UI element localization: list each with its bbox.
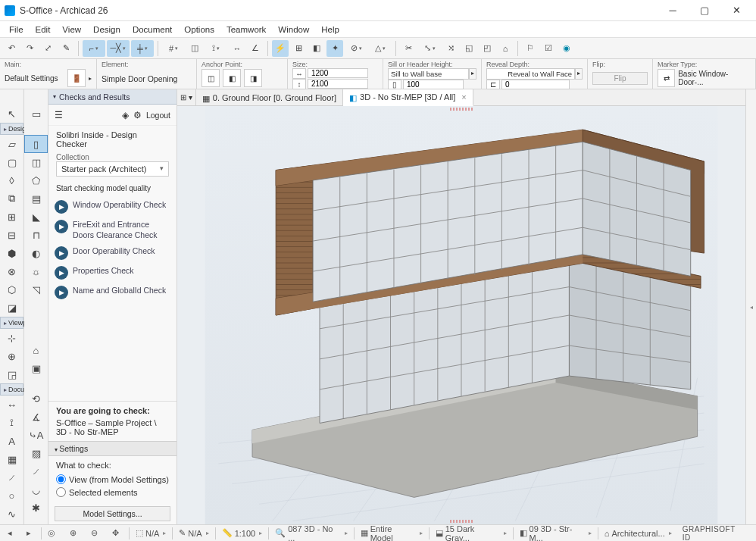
curtain-icon[interactable]: ⊗ <box>0 262 23 280</box>
dim-icon[interactable]: ↔ <box>0 396 23 414</box>
zoom-out-icon[interactable]: ⊖ <box>86 525 106 541</box>
line-icon[interactable]: ⟋ <box>0 468 23 486</box>
angle-icon[interactable]: ∠ <box>247 40 264 57</box>
adjust-icon[interactable]: ⤡ <box>418 40 441 57</box>
door-icon[interactable]: 🚪 <box>67 69 86 87</box>
marquee-tool-icon[interactable]: ▭ <box>24 105 48 123</box>
trim-icon[interactable]: ◰ <box>479 40 495 57</box>
window-tool-icon[interactable]: ◫ <box>24 153 48 171</box>
align-tool-icon[interactable]: ╪ <box>131 40 154 57</box>
level-icon[interactable]: ⟟ <box>0 414 23 432</box>
3d-viewport[interactable] <box>177 106 745 524</box>
attach-icon[interactable]: ✦ <box>326 40 343 57</box>
opt-view[interactable]: View (from Model Settings) <box>56 473 169 486</box>
logout-button[interactable]: Logout <box>146 111 170 120</box>
graphisoft-id[interactable]: GRAPHISOFT ID <box>678 525 753 541</box>
skylight-icon[interactable]: ⬠ <box>24 171 48 189</box>
menu-window[interactable]: Window <box>272 23 315 36</box>
cut-elements-icon[interactable]: ✂ <box>400 40 417 57</box>
close-button[interactable]: ✕ <box>721 2 751 20</box>
opt-selected[interactable]: Selected elements <box>56 486 169 499</box>
camera-icon[interactable]: ◉ <box>558 40 575 57</box>
slab-icon[interactable]: ◊ <box>0 171 23 189</box>
text-icon[interactable]: A <box>0 432 23 450</box>
beam-icon[interactable]: ⧉ <box>0 189 23 208</box>
status-na1[interactable]: ⬚N/A <box>131 525 170 541</box>
check-properties[interactable]: ▶Properties Check <box>55 263 170 283</box>
menu-icon[interactable]: ☰ <box>55 110 63 120</box>
roof-icon[interactable]: ⌂ <box>497 40 514 57</box>
snap-icon[interactable]: ◫ <box>186 40 203 57</box>
status-arch[interactable]: ⌂Architectural... <box>600 525 676 541</box>
intersect-icon[interactable]: ⤭ <box>442 40 459 57</box>
zoom-in-icon[interactable]: ⊕ <box>65 525 85 541</box>
line-tool-icon[interactable]: ─╳ <box>107 40 130 57</box>
check-fireexit[interactable]: ▶FireExit and Entrance Doors Clearance C… <box>55 217 170 243</box>
suspend-icon[interactable]: △ <box>369 40 392 57</box>
menu-design[interactable]: Design <box>87 23 127 36</box>
menu-document[interactable]: Document <box>127 23 178 36</box>
check-globalid[interactable]: ▶Name and GlobalId Check <box>55 283 170 302</box>
minimize-button[interactable]: ─ <box>658 2 688 20</box>
sill-mode[interactable]: Sill to Wall base <box>388 68 469 80</box>
zone-icon[interactable]: ◪ <box>0 299 23 317</box>
status-na2[interactable]: ✎N/A <box>174 525 213 541</box>
maximize-button[interactable]: ▢ <box>689 2 720 20</box>
right-panel-handle[interactable]: ◂ <box>745 89 756 524</box>
arrow-tool-icon[interactable]: ↖ <box>0 105 23 123</box>
angle-dim-icon[interactable]: ∡ <box>24 408 48 426</box>
height-input[interactable] <box>308 79 368 89</box>
default-settings-label[interactable]: Default Settings <box>5 74 58 83</box>
anchor-opt1-icon[interactable]: ◫ <box>201 69 220 87</box>
status-zoom[interactable]: 🔍087 3D - No ... <box>270 525 352 541</box>
arc-icon[interactable]: ◡ <box>24 480 48 499</box>
menu-options[interactable]: Options <box>178 23 220 36</box>
menu-help[interactable]: Help <box>315 23 345 36</box>
gravity-icon[interactable]: ⊘ <box>345 40 367 57</box>
settings-header[interactable]: Settings <box>48 441 177 456</box>
bottom-handle[interactable] <box>450 520 473 523</box>
spline-icon[interactable]: ∿ <box>0 505 23 523</box>
split-icon[interactable]: ◱ <box>461 40 477 57</box>
stair-icon[interactable]: ▤ <box>24 189 48 208</box>
status-scale[interactable]: 📏1:100 <box>217 525 267 541</box>
tab-close-icon[interactable]: × <box>461 92 466 102</box>
magnet-icon[interactable]: ⚡ <box>272 40 289 57</box>
pick-icon[interactable]: ⤢ <box>39 40 56 57</box>
menu-teamwork[interactable]: Teamwork <box>220 23 272 36</box>
morph-icon[interactable]: ⊟ <box>0 226 23 244</box>
design-header[interactable]: Design <box>0 123 23 135</box>
menu-view[interactable]: View <box>56 23 87 36</box>
anchor-opt3-icon[interactable]: ◨ <box>244 69 262 87</box>
opening-icon[interactable]: ◐ <box>24 244 48 262</box>
reveal-input[interactable] <box>501 80 570 89</box>
column-icon[interactable]: ▢ <box>0 153 23 171</box>
status-model[interactable]: ▦Entire Model <box>356 525 427 541</box>
checks-header[interactable]: Checks and Results <box>48 89 177 105</box>
check-window-operability[interactable]: ▶Window Operability Check <box>55 197 170 217</box>
marker-value[interactable]: Basic Window-Door-... <box>678 70 751 86</box>
corner-icon[interactable]: ◹ <box>24 280 48 299</box>
circle-icon[interactable]: ○ <box>0 486 23 505</box>
lamp-icon[interactable]: ☼ <box>24 262 48 280</box>
railing-icon[interactable]: ⊓ <box>24 226 48 244</box>
tab-ground-floor[interactable]: ▦0. Ground Floor [0. Ground Floor] <box>196 89 343 105</box>
ruler-icon[interactable]: ⟟ <box>205 40 227 57</box>
flag-icon[interactable]: ⚐ <box>522 40 539 57</box>
document-header[interactable]: Document <box>0 383 23 396</box>
element-value[interactable]: Simple Door Opening <box>102 74 177 83</box>
menu-file[interactable]: File <box>3 23 30 36</box>
undo-icon[interactable]: ↶ <box>3 40 20 57</box>
check-door-operability[interactable]: ▶Door Operability Check <box>55 243 170 263</box>
measure-icon[interactable]: ↔ <box>229 40 245 57</box>
label-icon[interactable]: ⤷A <box>24 426 48 444</box>
menu-edit[interactable]: Edit <box>30 23 57 36</box>
reveal-mode[interactable]: Reveal to Wall Face <box>486 68 575 80</box>
review-icon[interactable]: ☑ <box>540 40 557 57</box>
status-layer[interactable]: ⬓15 Dark Gray... <box>431 525 511 541</box>
detail-icon[interactable]: ◲ <box>0 365 23 383</box>
pan-icon[interactable]: ✥ <box>108 525 127 541</box>
radial-icon[interactable]: ⟲ <box>24 389 48 408</box>
shell-icon[interactable]: ⬢ <box>0 244 23 262</box>
sill-input[interactable] <box>403 80 464 89</box>
